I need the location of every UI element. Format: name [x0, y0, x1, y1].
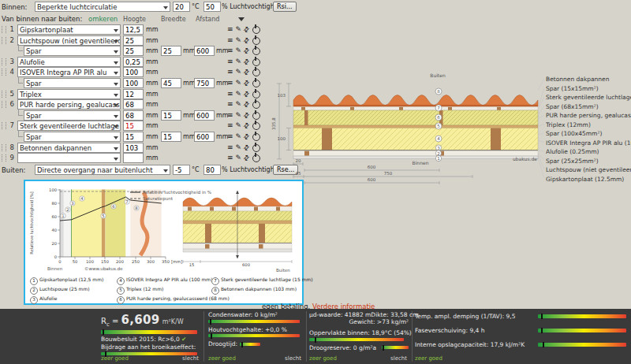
move-arrows-icon[interactable]: ⇄	[241, 88, 253, 100]
toggle-power-icon[interactable]	[252, 122, 260, 130]
layer-menu-icon[interactable]: ≡	[227, 46, 233, 56]
subrow-afstand-input[interactable]	[194, 46, 215, 56]
layer-thickness-input[interactable]	[123, 121, 144, 131]
subrow-breedte-input[interactable]	[161, 132, 181, 142]
toggle-power-icon[interactable]	[252, 80, 260, 87]
binnen-temp-input[interactable]	[173, 2, 190, 12]
toggle-power-icon[interactable]	[252, 112, 260, 120]
layer-material-select[interactable]: PUR harde persing, gealucasseerd	[17, 99, 121, 110]
move-arrows-icon[interactable]: ⇄	[241, 110, 253, 121]
edit-pencil-icon[interactable]: ✎	[236, 78, 242, 88]
subrow-material-select[interactable]: Spar	[24, 110, 121, 121]
move-arrows-icon[interactable]: ⇄	[241, 45, 253, 57]
layer-menu-icon[interactable]: ≡	[227, 143, 233, 153]
subrow-hoogte-input[interactable]	[123, 132, 144, 142]
buiten-humidity-input[interactable]	[203, 165, 221, 175]
layer-menu-icon[interactable]: ≡	[227, 132, 233, 142]
layer-thickness-input[interactable]	[123, 89, 144, 99]
toggle-power-icon[interactable]	[252, 58, 260, 66]
layer-menu-icon[interactable]: ≡	[227, 99, 233, 110]
layer-menu-icon[interactable]: ≡	[227, 110, 233, 121]
subrow-breedte-input[interactable]	[161, 110, 181, 121]
layer-menu-icon[interactable]: ≡	[227, 78, 233, 88]
edit-pencil-icon[interactable]: ✎	[236, 143, 242, 153]
move-arrows-icon[interactable]: ⇄	[241, 66, 253, 78]
sort-caret-icon[interactable]	[238, 17, 245, 24]
subrow-material-select[interactable]: Spar	[24, 132, 121, 142]
toggle-power-icon[interactable]	[252, 47, 260, 55]
move-arrows-icon[interactable]: ⇄	[241, 142, 253, 154]
legend-circle: 8	[211, 287, 219, 295]
subrow-material-select[interactable]: Spar	[24, 46, 121, 56]
toggle-power-icon[interactable]	[252, 91, 260, 98]
edit-pencil-icon[interactable]: ✎	[236, 121, 242, 131]
move-arrows-icon[interactable]: ⇄	[241, 77, 253, 89]
edit-pencil-icon[interactable]: ✎	[236, 89, 242, 99]
layer-material-select[interactable]: ISOVER Integra AP PIR alu	[17, 67, 121, 77]
subrow-breedte-input[interactable]	[161, 46, 181, 56]
layer-thickness-input[interactable]	[123, 143, 144, 153]
move-arrows-icon[interactable]: ⇄	[241, 35, 253, 46]
layer-thickness-input[interactable]	[123, 99, 144, 110]
edit-pencil-icon[interactable]: ✎	[236, 46, 242, 56]
move-arrows-icon[interactable]: ⇄	[241, 24, 253, 35]
layer-material-select[interactable]: Gipskartonplaat	[17, 24, 121, 35]
layer-material-select[interactable]: Betonnen dakpannen	[17, 143, 121, 153]
move-arrows-icon[interactable]: ⇄	[241, 131, 253, 143]
edit-pencil-icon[interactable]: ✎	[236, 132, 242, 142]
toggle-power-icon[interactable]	[252, 144, 260, 152]
subrow-afstand-input[interactable]	[194, 132, 215, 142]
binnen-climate-select[interactable]: Beperkte luchtcirculatie	[35, 2, 170, 12]
edit-pencil-icon[interactable]: ✎	[236, 99, 242, 110]
subrow-afstand-input[interactable]	[194, 110, 215, 121]
layer-menu-icon[interactable]: ≡	[227, 57, 233, 67]
toggle-power-icon[interactable]	[252, 26, 260, 34]
layer-thickness-input[interactable]	[123, 35, 144, 46]
edit-pencil-icon[interactable]: ✎	[236, 35, 242, 46]
edit-pencil-icon[interactable]: ✎	[236, 57, 242, 67]
move-arrows-icon[interactable]: ⇄	[241, 98, 253, 110]
toggle-power-icon[interactable]	[252, 154, 260, 162]
layer-thickness-input[interactable]	[123, 153, 144, 163]
toggle-power-icon[interactable]	[252, 69, 260, 76]
toggle-power-icon[interactable]	[252, 133, 260, 141]
layer-thickness-input[interactable]	[123, 67, 144, 77]
subrow-breedte-input[interactable]	[161, 78, 181, 88]
subrow-hoogte-input[interactable]	[123, 78, 144, 88]
layer-material-select[interactable]: Triplex	[17, 89, 121, 99]
edit-pencil-icon[interactable]: ✎	[236, 153, 242, 163]
layer-menu-icon[interactable]: ≡	[227, 67, 233, 77]
layer-thickness-input[interactable]	[123, 24, 144, 35]
subrow-afstand-input[interactable]	[194, 78, 215, 88]
layer-material-select[interactable]: Luchtspouw (niet geventileerd)	[17, 35, 121, 46]
buiten-climate-select[interactable]: Directe overgang naar buitenlucht	[35, 165, 170, 175]
svg-text:60: 60	[51, 214, 57, 219]
layer-material-select[interactable]: Sterk geventileerde luchtlage (buiten)	[17, 121, 121, 131]
omkeren-link[interactable]: omkeren	[88, 15, 118, 23]
layer-menu-icon[interactable]: ≡	[227, 153, 233, 163]
buiten-temp-input[interactable]	[173, 165, 190, 175]
layer-thickness-input[interactable]	[123, 57, 144, 67]
move-arrows-icon[interactable]: ⇄	[241, 120, 253, 132]
subrow-hoogte-input[interactable]	[123, 110, 144, 121]
move-arrows-icon[interactable]: ⇄	[241, 56, 253, 68]
svg-text:8: 8	[437, 89, 440, 94]
toggle-power-icon[interactable]	[252, 37, 260, 45]
rsi-button[interactable]: Rsi...	[273, 2, 297, 12]
layer-menu-icon[interactable]: ≡	[227, 35, 233, 46]
edit-pencil-icon[interactable]: ✎	[236, 24, 242, 35]
toggle-power-icon[interactable]	[252, 101, 260, 109]
subrow-material-select[interactable]: Spar	[24, 78, 121, 88]
chevron-down-icon	[114, 147, 118, 153]
edit-pencil-icon[interactable]: ✎	[236, 110, 242, 121]
move-arrows-icon[interactable]: ⇄	[241, 152, 253, 164]
subrow-hoogte-input[interactable]	[123, 46, 144, 56]
diagram-layer-label: ISOVER Integra AP PIR alu (100mm)	[546, 139, 631, 148]
layer-menu-icon[interactable]: ≡	[227, 89, 233, 99]
layer-menu-icon[interactable]: ≡	[227, 24, 233, 35]
layer-material-select[interactable]	[17, 153, 121, 163]
edit-pencil-icon[interactable]: ✎	[236, 67, 242, 77]
layer-material-select[interactable]: Alufolie	[17, 57, 121, 67]
layer-menu-icon[interactable]: ≡	[227, 121, 233, 131]
binnen-humidity-input[interactable]	[203, 2, 221, 12]
